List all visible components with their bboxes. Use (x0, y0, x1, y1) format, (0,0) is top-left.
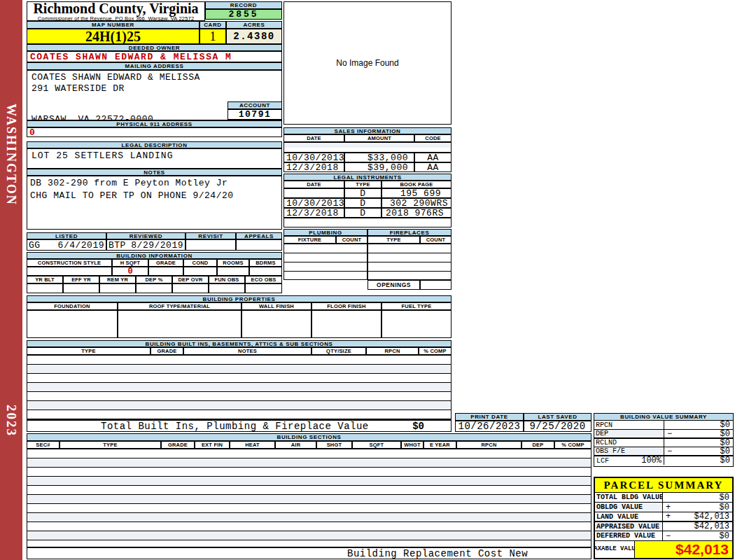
shgt-header: SHGT (316, 441, 352, 449)
instrument-blank-row (284, 218, 451, 227)
built-ins-grade-header: GRADE (150, 347, 183, 355)
parcel-summary-title: PARCEL SUMMARY (595, 478, 732, 493)
deeded-owner-name: COATES SHAWN EDWARD & MELISSA M (27, 51, 282, 62)
sale-1-amount: $33,000 (344, 153, 414, 162)
rem-yr-value (99, 284, 136, 293)
built-ins-notes-header: NOTES (183, 347, 312, 355)
fireplaces-blank-rows (368, 244, 451, 280)
eco-obs-header: ECO OBS (245, 276, 282, 284)
section-type-header: TYPE (59, 441, 161, 449)
account-header: ACCOUNT (227, 102, 282, 109)
sale-2-code: AA (414, 162, 451, 172)
record-number: 2855 (205, 9, 282, 20)
grade-value (148, 267, 183, 276)
dep-ovr-value (172, 284, 209, 293)
bdrms-header: BDRMS (249, 259, 282, 267)
print-date-value: 10/26/2023 (455, 421, 524, 432)
reviewed-by: BTP (108, 240, 126, 251)
building-sections-blank-rows (27, 449, 592, 547)
district-label: WASHINGTON (4, 104, 18, 206)
ps-deferred-label: DEFERRED VALUE (595, 531, 663, 540)
building-value-summary-header: BUILDING VALUE SUMMARY (594, 413, 734, 421)
bvs-obs-op: − (667, 447, 672, 455)
reviewed-value: BTP8/29/2019 (106, 239, 186, 251)
mailing-line-1: COATES SHAWN EDWARD & MELISSA (27, 71, 281, 83)
sqft-header: SQFT (352, 441, 401, 449)
instrument-1-bookpage: 195 699 (382, 188, 451, 198)
sale-2-amount: $39,000 (344, 162, 414, 172)
built-ins-rpcn-header: RPCN (366, 347, 419, 355)
ps-row-taxable: TAXABLE VALUE $42,013 (595, 541, 732, 558)
ext-fin-header: EXT FIN (195, 441, 230, 449)
bvs-rpcn-value: $0 (720, 421, 730, 429)
instrument-2-date: 10/30/2013 (284, 198, 344, 208)
building-value-summary-table: RPCN $0 DEP −$0 RCLND $0 OBS F/E −$0 LCF… (594, 421, 734, 467)
ps-row-obldg: OBLDG VALUE +$0 (595, 503, 732, 512)
bvs-obs-value: $0 (720, 447, 730, 455)
ps-land-label: LAND VALUE (595, 512, 663, 521)
built-ins-total-label: Total Built Ins, Plumbing & Fireplace Va… (27, 421, 369, 432)
physical-911-header: PHYSICAL 911 ADDRESS (27, 120, 282, 127)
ps-row-deferred: DEFERRED VALUE −$0 (595, 531, 732, 541)
fireplaces-header: FIREPLACES (368, 229, 451, 236)
no-image-message: No Image Found (336, 58, 398, 68)
notes-box: DB 302-290 from E Peyton Motley Jr CHG M… (27, 176, 282, 230)
dep-pct-value (136, 284, 172, 293)
mailing-address-header: MAILING ADDRESS (27, 62, 282, 70)
reviewed-date: 8/29/2019 (131, 240, 183, 251)
hsqft-header: H SQFT (112, 259, 148, 267)
tax-year-label: 2023 (4, 405, 19, 437)
section-grade-header: GRADE (161, 441, 195, 449)
property-photo-placeholder: No Image Found (284, 1, 451, 125)
yr-blt-value (27, 284, 63, 293)
dep-pct-header: DEP % (136, 276, 172, 284)
instrument-3-type: D (344, 208, 382, 218)
instrument-1-date (284, 188, 344, 198)
bvs-row-rpcn: RPCN $0 (594, 421, 733, 430)
instrument-date-header: DATE (284, 181, 344, 188)
bvs-obs-label: OBS F/E (594, 447, 664, 455)
instrument-2-type: D (344, 198, 382, 208)
ps-row-total-bldg: TOTAL BLDG VALUE $0 (595, 493, 732, 503)
ps-appraised-label: APPRAISED VALUE (595, 522, 663, 531)
listed-header: LISTED (27, 232, 106, 239)
openings-value (420, 280, 451, 290)
listed-by: GG (29, 240, 41, 251)
year-district-sidebar: WASHINGTON 2023 (0, 0, 22, 560)
ps-deferred-value: $0 (720, 531, 729, 540)
building-information-header: BUILDING INFORMATION (27, 252, 282, 259)
physical-911-value: 0 (27, 127, 282, 137)
building-sections-header: BUILDING SECTIONS (27, 433, 592, 441)
ps-row-appraised: APPRAISED VALUE $42,013 (595, 522, 732, 531)
bvs-dep-label: DEP (594, 430, 664, 438)
building-properties-header: BUILDING PROPERTIES (27, 295, 451, 302)
instrument-3-date: 12/3/2018 (284, 208, 344, 218)
revisit-value (186, 239, 236, 251)
sales-blank-row (284, 142, 451, 153)
dep-ovr-header: DEP OVR (172, 276, 209, 284)
bvs-row-rclnd: RCLND $0 (594, 439, 733, 447)
openings-label: OPENINGS (368, 280, 420, 290)
acres-header: ACRES (226, 21, 282, 29)
sales-date-header: DATE (284, 134, 344, 142)
map-number-value: 24H(1)25 (27, 29, 200, 44)
built-ins-total-value: $0 (412, 421, 424, 432)
grade-header: GRADE (148, 259, 183, 267)
appeals-header: APPEALS (236, 232, 282, 239)
ps-taxable-label: TAXABLE VALUE (595, 541, 635, 558)
heat-header: HEAT (230, 441, 275, 449)
sec-num-header: SEC# (27, 441, 59, 449)
air-header: AIR (275, 441, 316, 449)
bvs-dep-value: $0 (720, 430, 730, 438)
fireplace-count-header: COUNT (420, 236, 451, 244)
instrument-3-bookpage: 2018 976RS (382, 208, 451, 218)
section-dep-header: DEP (522, 441, 554, 449)
ps-obldg-op: + (666, 503, 671, 512)
note-line-2: CHG MAIL TO PER TP ON PHONE 9/24/20 (27, 188, 281, 201)
appeals-value (236, 239, 282, 251)
record-header: RECORD (205, 1, 282, 9)
print-date-header: PRINT DATE (455, 413, 524, 421)
floor-finish-header: FLOOR FINISH (312, 302, 382, 310)
fun-obs-header: FUN OBS (209, 276, 245, 284)
sales-amount-header: AMOUNT (344, 134, 414, 142)
